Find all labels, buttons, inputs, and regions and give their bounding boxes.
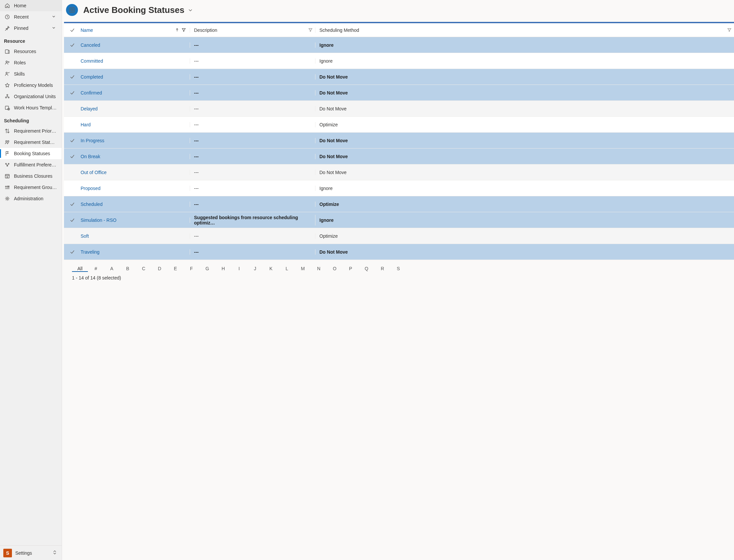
alpha-filter[interactable]: B (120, 266, 136, 272)
row-checkbox[interactable] (64, 74, 81, 80)
record-link[interactable]: Out of Office (81, 170, 106, 175)
nav-roles[interactable]: Roles (0, 57, 62, 68)
svg-point-17 (7, 198, 8, 199)
svg-point-2 (6, 61, 7, 62)
table-row[interactable]: In Progress---Do Not Move (64, 133, 734, 149)
nav-workhours[interactable]: Work Hours Templates (0, 102, 62, 113)
record-link[interactable]: Traveling (81, 249, 99, 255)
column-header-name[interactable]: Name (81, 28, 190, 33)
alpha-filter[interactable]: R (375, 266, 391, 272)
column-header-description[interactable]: Description (190, 28, 315, 33)
alpha-filter[interactable]: Q (358, 266, 375, 272)
row-checkbox[interactable] (64, 42, 81, 48)
alpha-filter[interactable]: J (247, 266, 263, 272)
svg-rect-15 (5, 174, 9, 178)
table-row[interactable]: Delayed---Do Not Move (64, 101, 734, 117)
svg-point-16 (5, 186, 7, 187)
record-link[interactable]: Soft (81, 233, 89, 239)
nav-skills[interactable]: Skills (0, 68, 62, 80)
cell-description: --- (190, 106, 315, 111)
table-row[interactable]: Hard---Optimize (64, 117, 734, 133)
table-row[interactable]: Traveling---Do Not Move (64, 244, 734, 260)
column-header-method[interactable]: Scheduling Method (315, 28, 734, 33)
table-row[interactable]: Soft---Optimize (64, 228, 734, 244)
alpha-filter[interactable]: I (231, 266, 247, 272)
filter-icon[interactable] (308, 28, 312, 33)
table-row[interactable]: Committed---Ignore (64, 53, 734, 69)
alpha-filter[interactable]: O (327, 266, 342, 272)
alpha-filter[interactable]: S (391, 266, 406, 272)
cell-name: Simulation - RSO (81, 218, 190, 223)
alpha-filter[interactable]: E (167, 266, 183, 272)
fulfill-icon (5, 162, 10, 167)
alpha-filter[interactable]: # (88, 266, 104, 272)
alpha-filter[interactable]: P (342, 266, 358, 272)
row-checkbox[interactable] (64, 249, 81, 255)
cell-name: Canceled (81, 42, 190, 48)
alpha-filter[interactable]: K (263, 266, 279, 272)
record-link[interactable]: Hard (81, 122, 91, 127)
alpha-filter[interactable]: D (152, 266, 167, 272)
table-row[interactable]: Confirmed---Do Not Move (64, 85, 734, 101)
alpha-filter[interactable]: C (136, 266, 152, 272)
nav-administration[interactable]: Administration (0, 193, 62, 204)
alpha-filter[interactable]: G (199, 266, 215, 272)
record-link[interactable]: In Progress (81, 138, 104, 143)
row-checkbox[interactable] (64, 154, 81, 159)
row-checkbox[interactable] (64, 90, 81, 96)
alpha-filter[interactable]: F (183, 266, 199, 272)
record-link[interactable]: Canceled (81, 42, 100, 48)
nav-orgunits[interactable]: Organizational Units (0, 91, 62, 102)
record-link[interactable]: Completed (81, 74, 103, 80)
nav-req-group[interactable]: Requirement Group … (0, 182, 62, 193)
alpha-filter[interactable]: All (72, 266, 88, 272)
nav-req-priorities[interactable]: Requirement Priorities (0, 125, 62, 137)
row-checkbox[interactable] (64, 138, 81, 144)
nav-recent[interactable]: Recent (0, 11, 62, 23)
select-all-checkbox[interactable] (64, 27, 81, 33)
record-link[interactable]: On Break (81, 154, 100, 159)
table-row[interactable]: Scheduled---Optimize (64, 196, 734, 212)
table-row[interactable]: Canceled---Ignore (64, 37, 734, 53)
record-link[interactable]: Committed (81, 58, 103, 64)
gear-icon (5, 196, 10, 201)
nav-home[interactable]: Home (0, 0, 62, 11)
nav-resources[interactable]: Resources (0, 46, 62, 57)
alpha-filter[interactable]: M (295, 266, 311, 272)
cell-description: --- (190, 138, 315, 143)
table-row[interactable]: Proposed---Ignore (64, 180, 734, 196)
star-icon (5, 83, 10, 88)
record-link[interactable]: Delayed (81, 106, 97, 111)
nav-req-statuses[interactable]: Requirement Statuses (0, 137, 62, 148)
alpha-filter[interactable]: H (215, 266, 231, 272)
closure-icon (5, 173, 10, 179)
table-row[interactable]: Simulation - RSOSuggested bookings from … (64, 212, 734, 228)
table-row[interactable]: On Break---Do Not Move (64, 149, 734, 164)
cell-description: --- (190, 58, 315, 64)
nav-booking-statuses[interactable]: Booking Statuses (0, 148, 62, 159)
filter-icon[interactable] (182, 28, 186, 33)
area-switcher[interactable]: S Settings (0, 545, 62, 560)
cell-description: --- (190, 186, 315, 191)
nav-pinned[interactable]: Pinned (0, 23, 62, 34)
alpha-filter[interactable]: A (104, 266, 120, 272)
record-link[interactable]: Proposed (81, 186, 100, 191)
nav-closures[interactable]: Business Closures (0, 170, 62, 182)
view-selector[interactable]: Active Booking Statuses (83, 5, 193, 15)
svg-rect-18 (70, 8, 74, 12)
row-checkbox[interactable] (64, 201, 81, 207)
record-link[interactable]: Simulation - RSO (81, 218, 116, 223)
alpha-filter[interactable]: N (311, 266, 327, 272)
area-label: Settings (15, 550, 49, 556)
table-row[interactable]: Completed---Do Not Move (64, 69, 734, 85)
workhours-icon (5, 105, 10, 110)
row-checkbox[interactable] (64, 217, 81, 223)
filter-icon[interactable] (727, 28, 731, 33)
nav-proficiency[interactable]: Proficiency Models (0, 80, 62, 91)
nav-fulfillment[interactable]: Fulfillment Preferences (0, 159, 62, 170)
record-link[interactable]: Confirmed (81, 90, 102, 95)
reqstatus-icon (5, 140, 10, 145)
record-link[interactable]: Scheduled (81, 202, 102, 207)
table-row[interactable]: Out of Office---Do Not Move (64, 164, 734, 180)
alpha-filter[interactable]: L (279, 266, 295, 272)
